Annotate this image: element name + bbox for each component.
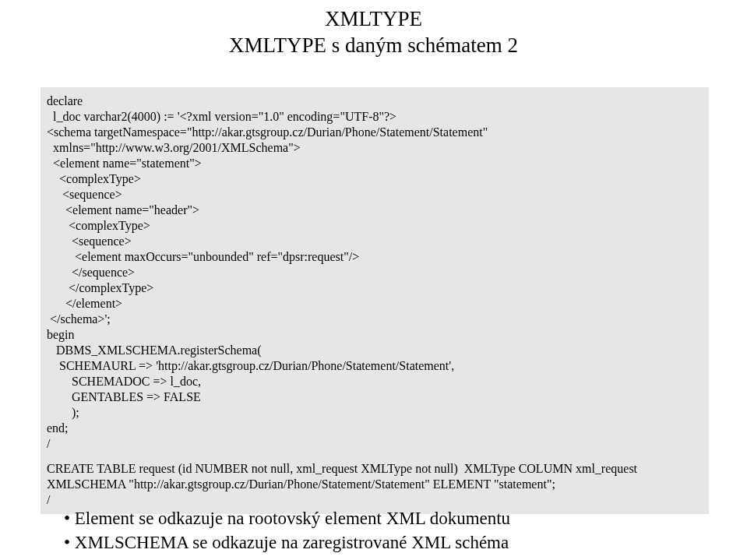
bullet-item-2: XMLSCHEMA se odkazuje na zaregistrované … [64, 530, 510, 555]
code-panel: declare l_doc varchar2(4000) := '<?xml v… [41, 87, 709, 514]
title-line-2: XMLTYPE s daným schématem 2 [0, 33, 747, 59]
title-line-1: XMLTYPE [0, 6, 747, 33]
bullet-item-1: Element se odkazuje na rootovský element… [64, 506, 510, 530]
bullet-list: Element se odkazuje na rootovský element… [64, 506, 510, 555]
slide-page: XMLTYPE XMLTYPE s daným schématem 2 decl… [0, 0, 747, 560]
code-block: declare l_doc varchar2(4000) := '<?xml v… [47, 93, 703, 452]
title-block: XMLTYPE XMLTYPE s daným schématem 2 [0, 0, 747, 59]
create-table-statement: CREATE TABLE request (id NUMBER not null… [47, 461, 703, 508]
